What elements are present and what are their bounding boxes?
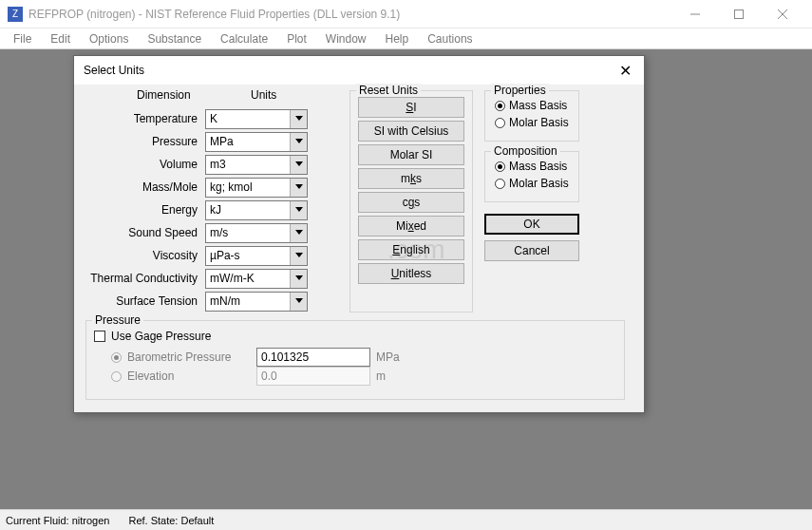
menu-cautions[interactable]: Cautions bbox=[418, 30, 482, 47]
label-thermal-conductivity: Thermal Conductivity bbox=[85, 272, 205, 285]
menu-file[interactable]: File bbox=[4, 30, 41, 47]
reset-si-celsius-button[interactable]: SI with Celsius bbox=[358, 121, 464, 142]
properties-mass-radio[interactable]: Mass Basis bbox=[493, 97, 571, 114]
menu-window[interactable]: Window bbox=[316, 30, 376, 47]
composition-group: Composition Mass Basis Molar Basis bbox=[484, 151, 579, 202]
select-viscosity[interactable]: µPa-s bbox=[205, 246, 308, 266]
app-icon: Z bbox=[8, 7, 23, 22]
dialog-body: Dimension Units TemperatureK PressureMPa… bbox=[74, 85, 644, 414]
label-energy: Energy bbox=[85, 203, 205, 217]
composition-mass-radio[interactable]: Mass Basis bbox=[493, 158, 571, 175]
reset-cgs-button[interactable]: cgs bbox=[358, 192, 464, 213]
menubar: File Edit Options Substance Calculate Pl… bbox=[0, 28, 812, 49]
barometric-label: Barometric Pressure bbox=[127, 350, 251, 364]
menu-options[interactable]: Options bbox=[80, 30, 138, 47]
reset-unitless-button[interactable]: Unitless bbox=[358, 263, 464, 284]
select-volume[interactable]: m3 bbox=[205, 155, 308, 175]
dialog-titlebar: Select Units ✕ bbox=[74, 56, 644, 85]
label-pressure: Pressure bbox=[85, 135, 205, 148]
properties-molar-radio[interactable]: Molar Basis bbox=[493, 114, 571, 131]
label-mass-mole: Mass/Mole bbox=[85, 180, 205, 194]
reset-units-legend: Reset Units bbox=[356, 84, 421, 97]
chevron-down-icon bbox=[295, 230, 303, 235]
select-mass-mole[interactable]: kg; kmol bbox=[205, 178, 308, 198]
reset-si-button[interactable]: SI bbox=[358, 97, 464, 118]
status-fluid: Current Fluid: nitrogen bbox=[6, 515, 109, 526]
menu-substance[interactable]: Substance bbox=[138, 30, 211, 47]
chevron-down-icon bbox=[295, 207, 303, 212]
properties-legend: Properties bbox=[491, 84, 549, 97]
checkbox-icon bbox=[94, 331, 105, 342]
chevron-down-icon bbox=[295, 139, 303, 143]
radio-icon bbox=[495, 179, 505, 189]
barometric-radio bbox=[111, 352, 122, 363]
label-surface-tension: Surface Tension bbox=[85, 294, 205, 308]
composition-molar-radio[interactable]: Molar Basis bbox=[493, 175, 571, 192]
menu-edit[interactable]: Edit bbox=[41, 30, 80, 47]
elevation-radio bbox=[111, 371, 122, 382]
use-gage-checkbox[interactable]: Use Gage Pressure bbox=[94, 327, 616, 346]
chevron-down-icon bbox=[295, 161, 303, 166]
radio-icon bbox=[495, 101, 505, 111]
select-temperature[interactable]: K bbox=[205, 109, 308, 129]
select-units-dialog: Select Units ✕ Dimension Units Temperatu… bbox=[73, 55, 645, 413]
elevation-label: Elevation bbox=[127, 369, 251, 383]
menu-plot[interactable]: Plot bbox=[277, 30, 316, 47]
menu-calculate[interactable]: Calculate bbox=[211, 30, 277, 47]
select-sound-speed[interactable]: m/s bbox=[205, 223, 308, 243]
reset-units-group: Reset Units SI SI with Celsius Molar SI … bbox=[349, 90, 473, 312]
menu-help[interactable]: Help bbox=[376, 30, 419, 47]
chevron-down-icon bbox=[295, 253, 303, 257]
label-volume: Volume bbox=[85, 158, 205, 171]
radio-icon bbox=[495, 118, 505, 128]
header-units: Units bbox=[251, 88, 276, 102]
cancel-button[interactable]: Cancel bbox=[484, 240, 579, 261]
close-button[interactable] bbox=[761, 0, 804, 28]
ok-button[interactable]: OK bbox=[484, 214, 579, 235]
minimize-button[interactable] bbox=[673, 0, 717, 28]
select-pressure[interactable]: MPa bbox=[205, 132, 308, 152]
select-energy[interactable]: kJ bbox=[205, 200, 308, 220]
label-viscosity: Viscosity bbox=[85, 249, 205, 262]
select-thermal-conductivity[interactable]: mW/m-K bbox=[205, 269, 308, 289]
select-surface-tension[interactable]: mN/m bbox=[205, 292, 308, 312]
mdi-area: Select Units ✕ Dimension Units Temperatu… bbox=[0, 49, 812, 509]
titlebar: Z REFPROP (nitrogen) - NIST Reference Fl… bbox=[0, 0, 812, 28]
pressure-legend: Pressure bbox=[92, 313, 143, 327]
units-grid: TemperatureK PressureMPa Volumem3 Mass/M… bbox=[85, 107, 308, 312]
barometric-input[interactable]: 0.101325 bbox=[256, 348, 370, 367]
elevation-input: 0.0 bbox=[256, 367, 370, 386]
chevron-down-icon bbox=[295, 184, 303, 189]
header-dimension: Dimension bbox=[137, 88, 191, 102]
pressure-group: Pressure Use Gage Pressure Barometric Pr… bbox=[85, 320, 625, 400]
chevron-down-icon bbox=[295, 275, 303, 280]
label-temperature: Temperature bbox=[85, 112, 205, 125]
elevation-unit: m bbox=[376, 369, 405, 383]
reset-mks-button[interactable]: mks bbox=[358, 168, 464, 189]
reset-mixed-button[interactable]: Mixed bbox=[358, 216, 464, 237]
radio-icon bbox=[495, 161, 505, 172]
reset-english-button[interactable]: English bbox=[358, 239, 464, 260]
chevron-down-icon bbox=[295, 116, 303, 121]
status-refstate: Ref. State: Default bbox=[128, 515, 214, 526]
ok-cancel-group: OK Cancel bbox=[484, 214, 579, 261]
chevron-down-icon bbox=[295, 298, 303, 303]
maximize-button[interactable] bbox=[717, 0, 761, 28]
window-buttons bbox=[673, 0, 804, 28]
label-sound-speed: Sound Speed bbox=[85, 226, 205, 239]
statusbar: Current Fluid: nitrogen Ref. State: Defa… bbox=[0, 509, 812, 530]
dialog-close-button[interactable]: ✕ bbox=[615, 61, 634, 80]
composition-legend: Composition bbox=[491, 144, 560, 158]
barometric-unit: MPa bbox=[376, 350, 405, 364]
dialog-title: Select Units bbox=[84, 64, 615, 77]
properties-group: Properties Mass Basis Molar Basis bbox=[484, 90, 579, 142]
titlebar-text: REFPROP (nitrogen) - NIST Reference Flui… bbox=[28, 8, 673, 21]
svg-rect-1 bbox=[735, 9, 744, 18]
reset-molar-si-button[interactable]: Molar SI bbox=[358, 144, 464, 165]
